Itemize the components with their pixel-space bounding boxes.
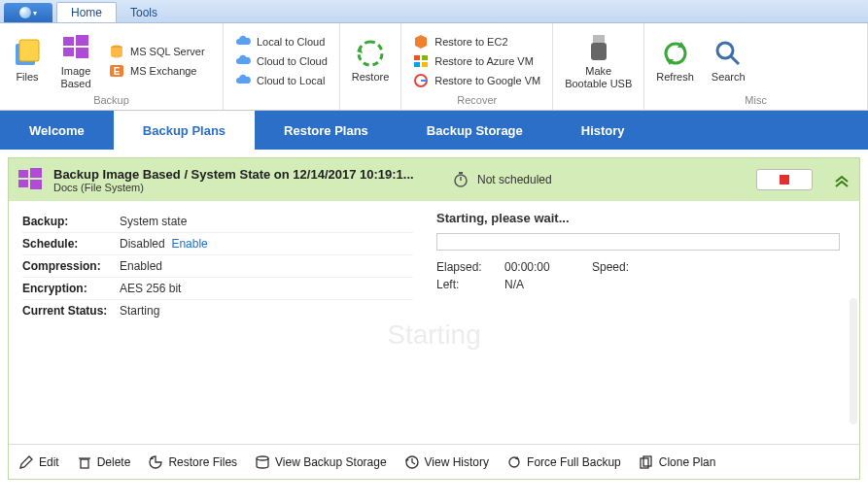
windows-icon: [17, 166, 44, 193]
svg-line-17: [731, 56, 739, 64]
svg-rect-18: [18, 170, 28, 178]
ribbon-group-cloud: Local to Cloud Cloud to Cloud Cloud to L…: [224, 23, 340, 110]
svg-rect-25: [81, 459, 88, 468]
svg-rect-4: [63, 48, 74, 56]
enable-schedule-link[interactable]: Enable: [171, 237, 207, 251]
view-history-button[interactable]: View History: [404, 454, 489, 470]
schedule-status: Not scheduled: [452, 171, 552, 188]
cloud-up-icon: [235, 34, 251, 50]
ribbon-group-restore: Restore: [340, 23, 402, 110]
nav-tab-backup-storage[interactable]: Backup Storage: [398, 111, 552, 150]
restore-icon: [355, 38, 386, 69]
pencil-icon: [18, 454, 34, 470]
view-storage-button[interactable]: View Backup Storage: [255, 454, 387, 470]
app-menu-button[interactable]: ▾: [4, 3, 52, 22]
google-icon: [413, 73, 429, 88]
plan-title: Backup Image Based / System State on 12/…: [53, 167, 442, 182]
cloud-sync-icon: [235, 53, 251, 69]
history-icon: [404, 454, 420, 470]
ribbon-group-backup: Files Image Based MS SQL Server E MS Exc…: [0, 23, 224, 110]
plan-subtitle: Docs (File System): [53, 182, 442, 193]
stop-button[interactable]: [756, 169, 813, 190]
cloud-to-local-label: Cloud to Local: [257, 75, 325, 86]
prop-value: Starting: [120, 304, 159, 318]
progress-heading: Starting, please wait...: [436, 211, 840, 225]
azure-icon: [413, 53, 429, 69]
ribbon-group-label: Backup: [8, 94, 215, 108]
cloud-to-local-button[interactable]: Cloud to Local: [231, 72, 331, 89]
svg-rect-12: [422, 62, 428, 67]
plan-properties: Backup:System state Schedule:Disabled En…: [9, 201, 427, 444]
left-label: Left:: [436, 278, 495, 291]
prop-value: Enabled: [120, 259, 162, 273]
prop-key: Compression:: [22, 259, 120, 273]
collapse-button[interactable]: [832, 170, 851, 189]
ms-sql-button[interactable]: MS SQL Server: [105, 43, 209, 60]
image-based-button[interactable]: Image Based: [56, 27, 95, 94]
restore-files-icon: [148, 454, 163, 470]
refresh-label: Refresh: [656, 71, 694, 83]
local-to-cloud-label: Local to Cloud: [257, 36, 325, 48]
menu-tab-tools[interactable]: Tools: [117, 3, 171, 22]
search-label: Search: [712, 71, 746, 83]
schedule-status-text: Not scheduled: [477, 173, 552, 186]
restore-label: Restore: [352, 71, 390, 83]
scrollbar[interactable]: [850, 298, 857, 424]
svg-rect-24: [459, 172, 463, 174]
search-button[interactable]: Search: [708, 27, 749, 94]
restore-azure-button[interactable]: Restore to Azure VM: [409, 52, 544, 70]
svg-text:E: E: [114, 66, 121, 77]
progress-bar: [436, 233, 840, 251]
restore-button[interactable]: Restore: [348, 27, 394, 94]
restore-google-button[interactable]: Restore to Google VM: [409, 72, 544, 89]
restore-google-label: Restore to Google VM: [434, 75, 540, 86]
files-icon: [12, 38, 43, 69]
chevron-down-icon: ▾: [33, 9, 37, 17]
restore-ec2-button[interactable]: Restore to EC2: [409, 33, 544, 50]
svg-rect-10: [422, 55, 428, 60]
svg-rect-19: [30, 168, 42, 178]
clone-icon: [639, 454, 654, 470]
elapsed-label: Elapsed:: [436, 260, 495, 274]
ms-exchange-button[interactable]: E MS Exchange: [105, 62, 209, 80]
force-full-backup-button[interactable]: Force Full Backup: [506, 454, 621, 470]
files-button[interactable]: Files: [8, 27, 47, 94]
refresh-button[interactable]: Refresh: [652, 27, 698, 94]
ribbon-group-usb: Make Bootable USB: [553, 23, 644, 110]
elapsed-value: 00:00:00: [504, 260, 582, 274]
nav-tab-history[interactable]: History: [552, 111, 654, 150]
refresh-icon: [660, 38, 691, 69]
ribbon-group-label-recover: Recover: [409, 94, 544, 108]
prop-key: Backup:: [22, 215, 120, 228]
bootable-usb-button[interactable]: Make Bootable USB: [561, 27, 636, 94]
plan-list: Backup Image Based / System State on 12/…: [0, 150, 868, 487]
nav-tab-welcome[interactable]: Welcome: [0, 111, 114, 150]
restore-files-button[interactable]: Restore Files: [148, 454, 237, 470]
prop-key: Schedule:: [22, 237, 120, 251]
ec2-icon: [413, 34, 429, 50]
nav-bar: Welcome Backup Plans Restore Plans Backu…: [0, 111, 868, 150]
edit-button[interactable]: Edit: [18, 454, 59, 470]
cloud-to-cloud-button[interactable]: Cloud to Cloud: [231, 52, 331, 70]
svg-rect-21: [30, 180, 42, 189]
files-label: Files: [16, 71, 38, 83]
menu-tab-home[interactable]: Home: [56, 2, 117, 22]
plan-header: Backup Image Based / System State on 12/…: [9, 158, 859, 201]
image-based-label: Image Based: [60, 65, 90, 88]
svg-point-16: [717, 43, 733, 58]
left-value: N/A: [504, 278, 582, 291]
nav-tab-restore-plans[interactable]: Restore Plans: [255, 111, 398, 150]
clone-plan-button[interactable]: Clone Plan: [639, 454, 716, 470]
svg-rect-11: [414, 62, 420, 67]
restore-ec2-label: Restore to EC2: [434, 36, 507, 48]
prop-value: Disabled Enable: [120, 237, 208, 251]
nav-tab-backup-plans[interactable]: Backup Plans: [114, 111, 255, 150]
local-to-cloud-button[interactable]: Local to Cloud: [231, 33, 331, 50]
stopwatch-icon: [452, 171, 469, 188]
globe-icon: [19, 7, 31, 18]
svg-rect-9: [414, 55, 420, 60]
delete-button[interactable]: Delete: [77, 454, 131, 470]
stop-icon: [780, 175, 789, 185]
storage-icon: [255, 454, 270, 470]
prop-value: System state: [120, 215, 187, 228]
